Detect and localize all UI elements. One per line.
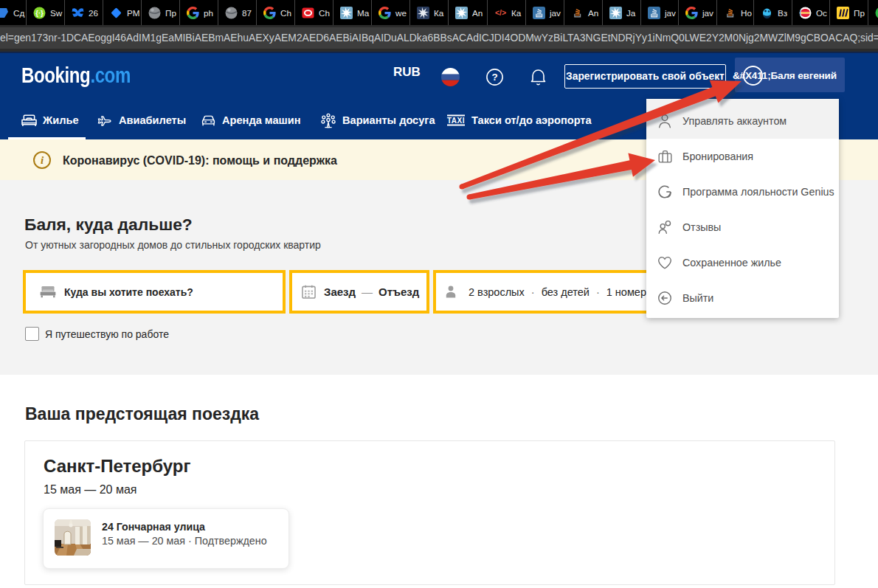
svg-text:{·}: {·} bbox=[35, 9, 44, 17]
svg-text:TAXI: TAXI bbox=[447, 117, 465, 125]
svg-text:?: ? bbox=[491, 72, 497, 83]
svg-text:</>: </> bbox=[495, 9, 506, 17]
